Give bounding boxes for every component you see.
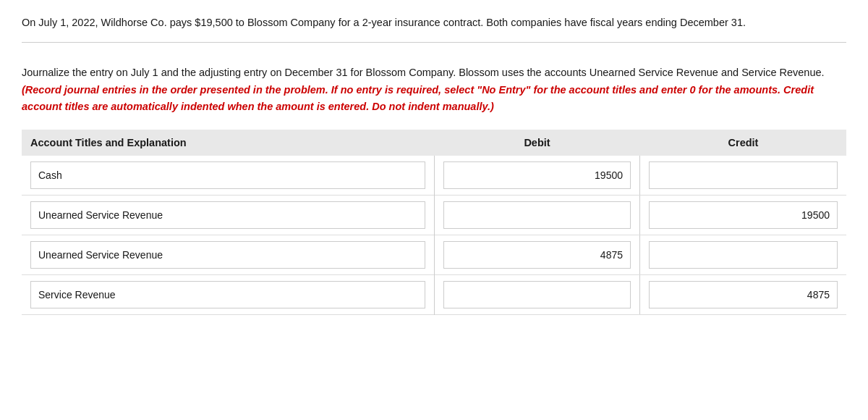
debit-header: Debit [434, 130, 640, 156]
account-cell-2 [22, 235, 434, 275]
instructions-highlight: (Record journal entries in the order pre… [22, 84, 814, 112]
account-input-2[interactable] [30, 241, 425, 269]
credit-cell-1 [640, 196, 846, 235]
account-cell-1 [22, 196, 434, 235]
debit-input-1[interactable] [443, 201, 631, 229]
credit-cell-2 [640, 235, 846, 275]
table-row [22, 156, 846, 196]
account-input-3[interactable] [30, 281, 425, 308]
debit-cell-3 [434, 275, 640, 315]
table-row [22, 235, 846, 275]
debit-input-0[interactable] [443, 161, 631, 189]
account-cell-3 [22, 275, 434, 315]
instruction-text: Journalize the entry on July 1 and the a… [22, 64, 846, 115]
credit-input-2[interactable] [649, 241, 838, 269]
credit-cell-0 [640, 156, 846, 196]
credit-input-3[interactable] [649, 281, 838, 308]
credit-input-0[interactable] [649, 161, 838, 189]
journal-table: Account Titles and Explanation Debit Cre… [22, 130, 846, 315]
preamble-text: Journalize the entry on July 1 and the a… [22, 67, 825, 78]
credit-cell-3 [640, 275, 846, 315]
intro-text: On July 1, 2022, Wildhorse Co. pays $19,… [22, 14, 846, 30]
credit-header: Credit [640, 130, 846, 156]
question-section: Journalize the entry on July 1 and the a… [22, 57, 846, 329]
debit-input-3[interactable] [443, 281, 631, 308]
account-input-1[interactable] [30, 201, 425, 229]
debit-cell-1 [434, 196, 640, 235]
debit-cell-2 [434, 235, 640, 275]
account-header: Account Titles and Explanation [22, 130, 434, 156]
account-cell-0 [22, 156, 434, 196]
account-input-0[interactable] [30, 161, 425, 189]
intro-section: On July 1, 2022, Wildhorse Co. pays $19,… [22, 14, 846, 43]
table-row [22, 196, 846, 235]
credit-input-1[interactable] [649, 201, 838, 229]
table-header-row: Account Titles and Explanation Debit Cre… [22, 130, 846, 156]
page-wrapper: On July 1, 2022, Wildhorse Co. pays $19,… [0, 0, 868, 344]
debit-cell-0 [434, 156, 640, 196]
table-row [22, 275, 846, 315]
debit-input-2[interactable] [443, 241, 631, 269]
